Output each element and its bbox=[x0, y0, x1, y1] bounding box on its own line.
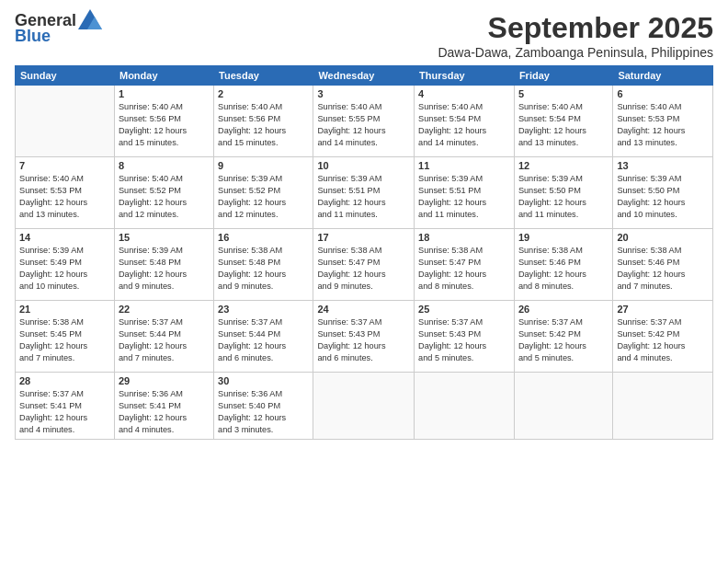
table-row bbox=[613, 373, 713, 440]
logo-icon bbox=[78, 9, 102, 29]
day-info: Sunrise: 5:37 AMSunset: 5:42 PMDaylight:… bbox=[518, 316, 609, 364]
table-row: 28Sunrise: 5:37 AMSunset: 5:41 PMDayligh… bbox=[16, 373, 115, 440]
month-year-title: September 2025 bbox=[438, 11, 713, 45]
day-number: 5 bbox=[518, 88, 609, 99]
day-info: Sunrise: 5:40 AMSunset: 5:56 PMDaylight:… bbox=[218, 101, 309, 149]
col-tuesday: Tuesday bbox=[214, 66, 313, 86]
table-row: 12Sunrise: 5:39 AMSunset: 5:50 PMDayligh… bbox=[514, 157, 613, 229]
day-number: 19 bbox=[518, 232, 609, 243]
table-row: 16Sunrise: 5:38 AMSunset: 5:48 PMDayligh… bbox=[214, 229, 313, 301]
day-info: Sunrise: 5:39 AMSunset: 5:49 PMDaylight:… bbox=[19, 245, 110, 293]
table-row bbox=[313, 373, 415, 440]
day-info: Sunrise: 5:39 AMSunset: 5:51 PMDaylight:… bbox=[418, 173, 510, 221]
day-number: 20 bbox=[617, 232, 709, 243]
title-block: September 2025 Dawa-Dawa, Zamboanga Peni… bbox=[438, 11, 713, 60]
table-row: 9Sunrise: 5:39 AMSunset: 5:52 PMDaylight… bbox=[214, 157, 313, 229]
day-number: 24 bbox=[317, 304, 410, 315]
table-row: 25Sunrise: 5:37 AMSunset: 5:43 PMDayligh… bbox=[415, 301, 515, 373]
day-number: 18 bbox=[418, 232, 510, 243]
day-number: 15 bbox=[119, 232, 210, 243]
day-number: 17 bbox=[317, 232, 410, 243]
day-info: Sunrise: 5:37 AMSunset: 5:44 PMDaylight:… bbox=[119, 316, 210, 364]
table-row: 4Sunrise: 5:40 AMSunset: 5:54 PMDaylight… bbox=[415, 86, 515, 157]
day-info: Sunrise: 5:38 AMSunset: 5:46 PMDaylight:… bbox=[518, 245, 609, 293]
day-info: Sunrise: 5:37 AMSunset: 5:41 PMDaylight:… bbox=[19, 388, 110, 436]
table-row: 6Sunrise: 5:40 AMSunset: 5:53 PMDaylight… bbox=[613, 86, 713, 157]
day-info: Sunrise: 5:38 AMSunset: 5:47 PMDaylight:… bbox=[317, 245, 410, 293]
table-row: 8Sunrise: 5:40 AMSunset: 5:52 PMDaylight… bbox=[114, 157, 213, 229]
table-row: 27Sunrise: 5:37 AMSunset: 5:42 PMDayligh… bbox=[613, 301, 713, 373]
day-number: 8 bbox=[119, 160, 210, 171]
day-info: Sunrise: 5:39 AMSunset: 5:50 PMDaylight:… bbox=[617, 173, 709, 221]
day-info: Sunrise: 5:36 AMSunset: 5:41 PMDaylight:… bbox=[119, 388, 210, 436]
day-number: 1 bbox=[119, 88, 210, 99]
day-number: 13 bbox=[617, 160, 709, 171]
day-info: Sunrise: 5:38 AMSunset: 5:47 PMDaylight:… bbox=[418, 245, 510, 293]
day-info: Sunrise: 5:40 AMSunset: 5:52 PMDaylight:… bbox=[119, 173, 210, 221]
table-row bbox=[415, 373, 515, 440]
table-row: 2Sunrise: 5:40 AMSunset: 5:56 PMDaylight… bbox=[214, 86, 313, 157]
col-saturday: Saturday bbox=[613, 66, 713, 86]
table-row: 24Sunrise: 5:37 AMSunset: 5:43 PMDayligh… bbox=[313, 301, 415, 373]
table-row: 5Sunrise: 5:40 AMSunset: 5:54 PMDaylight… bbox=[514, 86, 613, 157]
day-number: 6 bbox=[617, 88, 709, 99]
logo-blue: Blue bbox=[15, 27, 51, 46]
day-number: 4 bbox=[418, 88, 510, 99]
table-row: 19Sunrise: 5:38 AMSunset: 5:46 PMDayligh… bbox=[514, 229, 613, 301]
day-info: Sunrise: 5:38 AMSunset: 5:46 PMDaylight:… bbox=[617, 245, 709, 293]
table-row: 1Sunrise: 5:40 AMSunset: 5:56 PMDaylight… bbox=[114, 86, 213, 157]
calendar-header-row: Sunday Monday Tuesday Wednesday Thursday… bbox=[16, 66, 713, 86]
table-row: 10Sunrise: 5:39 AMSunset: 5:51 PMDayligh… bbox=[313, 157, 415, 229]
table-row: 23Sunrise: 5:37 AMSunset: 5:44 PMDayligh… bbox=[214, 301, 313, 373]
col-thursday: Thursday bbox=[415, 66, 515, 86]
day-info: Sunrise: 5:40 AMSunset: 5:53 PMDaylight:… bbox=[19, 173, 110, 221]
day-info: Sunrise: 5:40 AMSunset: 5:54 PMDaylight:… bbox=[418, 101, 510, 149]
table-row bbox=[514, 373, 613, 440]
col-friday: Friday bbox=[514, 66, 613, 86]
day-number: 16 bbox=[218, 232, 309, 243]
day-number: 30 bbox=[218, 375, 309, 386]
day-info: Sunrise: 5:40 AMSunset: 5:56 PMDaylight:… bbox=[119, 101, 210, 149]
table-row: 20Sunrise: 5:38 AMSunset: 5:46 PMDayligh… bbox=[613, 229, 713, 301]
table-row: 7Sunrise: 5:40 AMSunset: 5:53 PMDaylight… bbox=[16, 157, 115, 229]
day-number: 22 bbox=[119, 304, 210, 315]
day-number: 12 bbox=[518, 160, 609, 171]
calendar-table: Sunday Monday Tuesday Wednesday Thursday… bbox=[15, 65, 713, 440]
day-info: Sunrise: 5:40 AMSunset: 5:53 PMDaylight:… bbox=[617, 101, 709, 149]
table-row bbox=[16, 86, 115, 157]
page: General Blue September 2025 Dawa-Dawa, Z… bbox=[0, 0, 728, 563]
table-row: 15Sunrise: 5:39 AMSunset: 5:48 PMDayligh… bbox=[114, 229, 213, 301]
table-row: 22Sunrise: 5:37 AMSunset: 5:44 PMDayligh… bbox=[114, 301, 213, 373]
day-info: Sunrise: 5:37 AMSunset: 5:43 PMDaylight:… bbox=[418, 316, 510, 364]
table-row: 17Sunrise: 5:38 AMSunset: 5:47 PMDayligh… bbox=[313, 229, 415, 301]
day-number: 3 bbox=[317, 88, 410, 99]
day-number: 27 bbox=[617, 304, 709, 315]
day-info: Sunrise: 5:40 AMSunset: 5:54 PMDaylight:… bbox=[518, 101, 609, 149]
day-info: Sunrise: 5:39 AMSunset: 5:51 PMDaylight:… bbox=[317, 173, 410, 221]
day-number: 14 bbox=[19, 232, 110, 243]
logo: General Blue bbox=[15, 11, 102, 46]
table-row: 30Sunrise: 5:36 AMSunset: 5:40 PMDayligh… bbox=[214, 373, 313, 440]
day-info: Sunrise: 5:37 AMSunset: 5:42 PMDaylight:… bbox=[617, 316, 709, 364]
day-info: Sunrise: 5:38 AMSunset: 5:45 PMDaylight:… bbox=[19, 316, 110, 364]
day-number: 9 bbox=[218, 160, 309, 171]
table-row: 29Sunrise: 5:36 AMSunset: 5:41 PMDayligh… bbox=[114, 373, 213, 440]
day-info: Sunrise: 5:40 AMSunset: 5:55 PMDaylight:… bbox=[317, 101, 410, 149]
day-number: 10 bbox=[317, 160, 410, 171]
day-info: Sunrise: 5:37 AMSunset: 5:43 PMDaylight:… bbox=[317, 316, 410, 364]
day-info: Sunrise: 5:36 AMSunset: 5:40 PMDaylight:… bbox=[218, 388, 309, 436]
day-number: 21 bbox=[19, 304, 110, 315]
day-number: 26 bbox=[518, 304, 609, 315]
day-info: Sunrise: 5:38 AMSunset: 5:48 PMDaylight:… bbox=[218, 245, 309, 293]
table-row: 3Sunrise: 5:40 AMSunset: 5:55 PMDaylight… bbox=[313, 86, 415, 157]
table-row: 21Sunrise: 5:38 AMSunset: 5:45 PMDayligh… bbox=[16, 301, 115, 373]
day-info: Sunrise: 5:39 AMSunset: 5:48 PMDaylight:… bbox=[119, 245, 210, 293]
table-row: 14Sunrise: 5:39 AMSunset: 5:49 PMDayligh… bbox=[16, 229, 115, 301]
day-info: Sunrise: 5:39 AMSunset: 5:50 PMDaylight:… bbox=[518, 173, 609, 221]
header: General Blue September 2025 Dawa-Dawa, Z… bbox=[15, 11, 713, 60]
day-number: 2 bbox=[218, 88, 309, 99]
day-number: 7 bbox=[19, 160, 110, 171]
day-number: 23 bbox=[218, 304, 309, 315]
col-wednesday: Wednesday bbox=[313, 66, 415, 86]
table-row: 13Sunrise: 5:39 AMSunset: 5:50 PMDayligh… bbox=[613, 157, 713, 229]
